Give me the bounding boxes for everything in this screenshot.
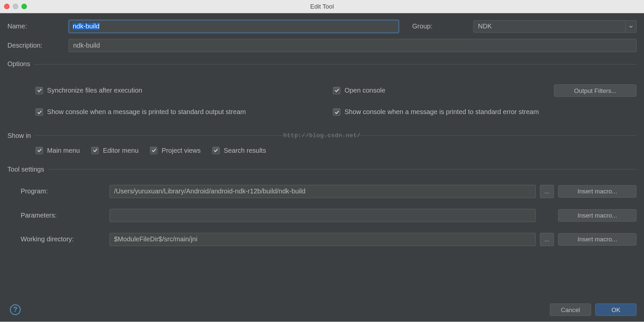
parameters-label: Parameters: xyxy=(21,212,105,219)
main-menu-label: Main menu xyxy=(47,146,80,154)
program-input[interactable] xyxy=(109,184,536,198)
checkmark-icon xyxy=(36,108,43,116)
chevron-down-icon xyxy=(626,21,636,32)
main-menu-checkbox[interactable]: Main menu xyxy=(36,146,80,154)
description-label: Description: xyxy=(8,42,69,49)
ok-button[interactable]: OK xyxy=(595,303,636,316)
checkmark-icon xyxy=(212,146,220,154)
checkmark-icon xyxy=(150,146,158,154)
cancel-button[interactable]: Cancel xyxy=(550,303,591,316)
show-in-header: Show in http://blog.csdn.net/ xyxy=(8,132,637,139)
checkmark-icon xyxy=(36,87,43,94)
program-browse-button[interactable]: ... xyxy=(540,184,554,198)
stdout-label: Show console when a message is printed t… xyxy=(47,108,246,116)
group-value: NDK xyxy=(478,23,626,30)
show-in-title: Show in xyxy=(8,132,31,139)
name-input[interactable] xyxy=(69,20,399,33)
sync-files-checkbox[interactable]: Synchronize files after execution xyxy=(36,87,142,94)
stderr-checkbox[interactable]: Show console when a message is printed t… xyxy=(333,108,539,116)
project-views-label: Project views xyxy=(162,146,201,154)
checkmark-icon xyxy=(333,108,340,116)
working-dir-browse-button[interactable]: ... xyxy=(540,233,554,246)
working-dir-label: Working directory: xyxy=(21,235,105,243)
divider xyxy=(35,135,636,136)
group-label: Group: xyxy=(412,23,473,30)
search-results-checkbox[interactable]: Search results xyxy=(212,146,266,154)
stderr-label: Show console when a message is printed t… xyxy=(344,108,539,116)
dialog-window: Edit Tool Name: Group: NDK Description: … xyxy=(0,0,644,322)
working-dir-input[interactable] xyxy=(109,233,536,246)
checkmark-icon xyxy=(91,146,99,154)
window-title: Edit Tool xyxy=(0,3,644,10)
name-row: Name: Group: NDK xyxy=(8,20,637,33)
show-in-row: Main menu Editor menu Project views Sear… xyxy=(8,146,637,154)
tool-settings-header: Tool settings xyxy=(8,166,637,173)
parameters-insert-macro-button[interactable]: Insert macro... xyxy=(558,209,637,221)
sync-files-label: Synchronize files after execution xyxy=(47,87,142,94)
checkmark-icon xyxy=(36,146,43,154)
name-label: Name: xyxy=(8,23,69,30)
tool-settings-area: Program: ... Insert macro... Parameters:… xyxy=(8,184,637,246)
options-title: Options xyxy=(8,60,30,68)
program-label: Program: xyxy=(21,187,105,195)
spacer xyxy=(540,209,554,222)
divider xyxy=(48,169,636,170)
search-results-label: Search results xyxy=(224,146,266,154)
editor-menu-checkbox[interactable]: Editor menu xyxy=(91,146,139,154)
project-views-checkbox[interactable]: Project views xyxy=(150,146,201,154)
working-dir-insert-macro-button[interactable]: Insert macro... xyxy=(558,233,637,246)
titlebar: Edit Tool xyxy=(0,0,644,13)
options-area: Synchronize files after execution Open c… xyxy=(8,84,637,120)
open-console-label: Open console xyxy=(344,87,385,94)
description-row: Description: xyxy=(8,39,637,52)
editor-menu-label: Editor menu xyxy=(103,146,139,154)
stdout-checkbox[interactable]: Show console when a message is printed t… xyxy=(36,108,246,116)
description-input[interactable] xyxy=(69,39,637,52)
open-console-checkbox[interactable]: Open console xyxy=(333,87,385,94)
program-insert-macro-button[interactable]: Insert macro... xyxy=(558,185,637,198)
bottom-bar: ? Cancel OK xyxy=(8,300,637,316)
content-area: Name: Group: NDK Description: Options xyxy=(0,13,644,322)
divider xyxy=(34,64,636,64)
output-filters-button[interactable]: Output Filters... xyxy=(554,84,636,97)
tool-settings-title: Tool settings xyxy=(8,166,44,173)
parameters-input[interactable] xyxy=(109,209,536,222)
options-header: Options xyxy=(8,60,637,68)
help-button[interactable]: ? xyxy=(10,304,21,315)
checkmark-icon xyxy=(333,87,340,94)
group-combobox[interactable]: NDK xyxy=(473,20,636,33)
